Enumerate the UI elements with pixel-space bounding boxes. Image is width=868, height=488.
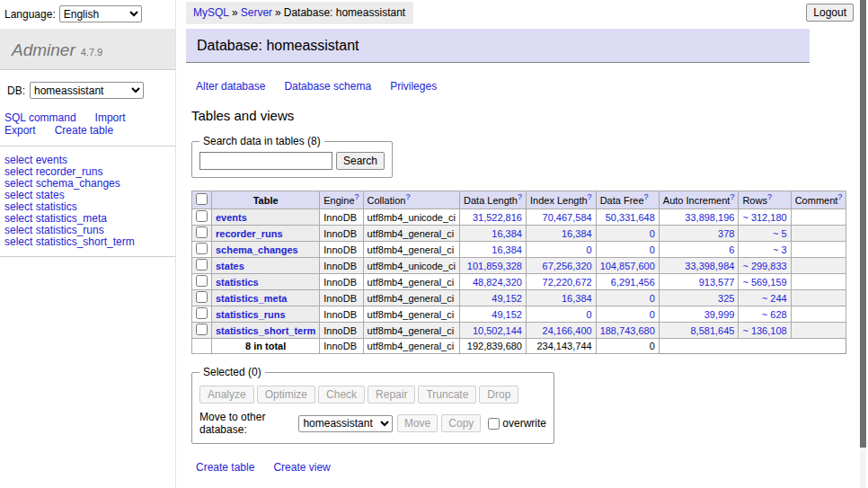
data-length-link[interactable]: 16,384 — [492, 244, 522, 255]
column-help-link[interactable]: ? — [837, 192, 842, 201]
data-length-link[interactable]: 16,384 — [492, 228, 522, 239]
data-length-link[interactable]: 31,522,816 — [473, 212, 522, 223]
move-database-select[interactable]: homeassistant — [298, 415, 393, 432]
analyze-button[interactable]: Analyze — [199, 386, 254, 404]
create-view-link[interactable]: Create view — [273, 461, 330, 474]
index-length-link[interactable]: 24,166,400 — [543, 325, 592, 336]
rows-link[interactable]: ~ 244 — [762, 293, 787, 304]
column-help-link[interactable]: ? — [518, 192, 522, 201]
alter-database-link[interactable]: Alter database — [196, 80, 265, 93]
data-length-link[interactable]: 48,824,320 — [473, 277, 522, 288]
auto-increment-link[interactable]: 8,581,645 — [690, 325, 734, 336]
auto-increment-link[interactable]: 378 — [718, 228, 734, 239]
index-length-link[interactable]: 67,256,320 — [543, 261, 592, 271]
row-checkbox[interactable] — [196, 226, 208, 238]
data-free-link[interactable]: 0 — [650, 228, 655, 239]
table-name-link[interactable]: statistics_short_term — [216, 325, 315, 336]
language-select[interactable]: English — [59, 5, 142, 22]
search-legend: Search data in tables (8) — [199, 135, 324, 147]
column-help-link[interactable]: ? — [588, 192, 592, 201]
rows-link[interactable]: ~ 312,180 — [742, 212, 786, 223]
select-all-checkbox[interactable] — [196, 193, 208, 205]
sidebar-link-export[interactable]: Export — [4, 124, 36, 137]
column-help-link[interactable]: ? — [355, 192, 359, 201]
data-free-link[interactable]: 0 — [650, 293, 655, 304]
row-checkbox[interactable] — [196, 324, 208, 335]
auto-increment-link[interactable]: 39,999 — [704, 309, 735, 320]
sidebar-link-import[interactable]: Import — [95, 111, 126, 124]
table-name-link[interactable]: recorder_runs — [216, 228, 283, 239]
auto-increment-link[interactable]: 33,398,984 — [685, 261, 734, 271]
data-free-link[interactable]: 104,857,600 — [600, 261, 655, 271]
copy-button[interactable]: Copy — [441, 414, 481, 432]
data-length-link[interactable]: 10,502,144 — [473, 325, 522, 336]
total-index-length: 234,143,744 — [526, 339, 596, 354]
rows-link[interactable]: ~ 299,833 — [742, 261, 786, 271]
check-button[interactable]: Check — [318, 386, 365, 404]
table-name-link[interactable]: schema_changes — [216, 244, 298, 255]
sidebar-item-select-statistics-short-term[interactable]: select statistics_short_term — [4, 236, 175, 248]
search-input[interactable] — [199, 152, 332, 170]
table-name-link[interactable]: events — [216, 212, 247, 223]
sidebar-link-sql-command[interactable]: SQL command — [4, 111, 76, 124]
row-checkbox[interactable] — [196, 243, 208, 254]
optimize-button[interactable]: Optimize — [257, 386, 315, 404]
row-checkbox[interactable] — [196, 307, 208, 319]
sidebar: Language:English Adminer4.7.9 DB:homeass… — [0, 0, 176, 488]
row-checkbox[interactable] — [196, 210, 208, 222]
column-help-link[interactable]: ? — [730, 192, 734, 201]
table-name-link[interactable]: states — [216, 261, 244, 271]
data-length-link[interactable]: 49,152 — [492, 309, 522, 320]
rows-link[interactable]: ~ 628 — [762, 309, 787, 320]
data-length-link[interactable]: 101,859,328 — [467, 261, 522, 271]
row-checkbox[interactable] — [196, 259, 208, 271]
overwrite-checkbox[interactable] — [488, 418, 500, 430]
index-length-link[interactable]: 0 — [587, 244, 592, 255]
search-button[interactable]: Search — [336, 152, 385, 170]
create-table-link[interactable]: Create table — [196, 461, 254, 474]
rows-link[interactable]: ~ 3 — [773, 244, 787, 255]
index-length-link[interactable]: 70,467,584 — [543, 212, 592, 223]
index-length-link[interactable]: 16,384 — [562, 293, 592, 304]
drop-button[interactable]: Drop — [479, 386, 518, 404]
column-help-link[interactable]: ? — [767, 192, 772, 201]
truncate-button[interactable]: Truncate — [418, 386, 476, 404]
rows-link[interactable]: ~ 569,159 — [742, 277, 786, 288]
data-free-link[interactable]: 6,291,456 — [611, 277, 655, 288]
auto-increment-link[interactable]: 913,577 — [699, 277, 735, 288]
repair-button[interactable]: Repair — [368, 386, 415, 404]
db-select[interactable]: homeassistant — [30, 82, 144, 99]
table-name-link[interactable]: statistics — [216, 277, 259, 288]
table-name-link[interactable]: statistics_runs — [216, 309, 286, 320]
table-name-link[interactable]: statistics_meta — [216, 293, 288, 304]
auto-increment-link[interactable]: 6 — [729, 244, 734, 255]
data-free-link[interactable]: 0 — [650, 244, 655, 255]
index-length-link[interactable]: 72,220,672 — [543, 277, 592, 288]
scrollbar-thumb[interactable] — [860, 0, 866, 448]
index-length-link[interactable]: 0 — [587, 309, 592, 320]
move-button[interactable]: Move — [397, 414, 438, 432]
column-help-link[interactable]: ? — [405, 192, 410, 201]
auto-increment-link[interactable]: 33,898,196 — [685, 212, 734, 223]
database-schema-link[interactable]: Database schema — [284, 80, 371, 93]
rows-link[interactable]: ~ 136,108 — [742, 325, 786, 336]
data-free-link[interactable]: 0 — [650, 309, 655, 320]
row-checkbox[interactable] — [196, 291, 208, 303]
sidebar-link-create-table[interactable]: Create table — [55, 124, 113, 137]
data-free-link[interactable]: 50,331,648 — [606, 212, 655, 223]
rows-cell: ~ 136,108 — [739, 323, 791, 339]
row-checkbox[interactable] — [196, 275, 208, 287]
rows-link[interactable]: ~ 5 — [773, 228, 787, 239]
data-free-link[interactable]: 188,743,680 — [600, 325, 655, 336]
scrollbar[interactable] — [860, 0, 866, 488]
breadcrumb-server-link[interactable]: Server — [241, 6, 272, 19]
column-help-link[interactable]: ? — [644, 192, 649, 201]
logout-button[interactable]: Logout — [806, 4, 854, 22]
data-length-link[interactable]: 49,152 — [492, 293, 522, 304]
index-length-cell: 67,256,320 — [526, 258, 596, 274]
breadcrumb-mysql-link[interactable]: MySQL — [193, 6, 229, 19]
privileges-link[interactable]: Privileges — [390, 80, 437, 93]
index-length-link[interactable]: 16,384 — [562, 228, 592, 239]
data-free-cell: 0 — [596, 242, 659, 258]
auto-increment-link[interactable]: 325 — [718, 293, 734, 304]
